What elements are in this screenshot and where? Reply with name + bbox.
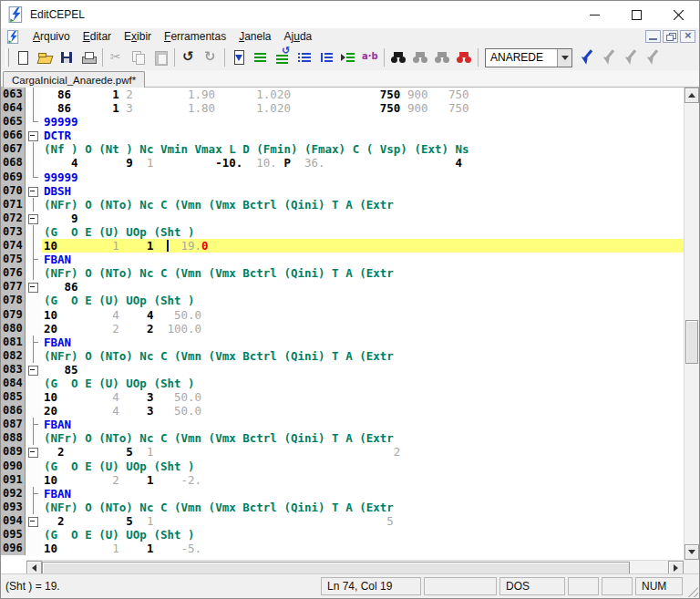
editor-line-text[interactable]: 20 4 3 50.0 [42,404,684,418]
redo-button[interactable] [200,46,221,68]
goto-line-button[interactable] [228,46,250,68]
editor-line-text[interactable]: DCTR [42,129,684,142]
mdi-minimize-button[interactable] [645,30,661,43]
editor-line-text[interactable]: FBAN [42,418,684,431]
pen-validate-button[interactable] [576,46,598,68]
fold-toggle-icon[interactable] [26,514,42,528]
open-file-button[interactable] [34,46,56,68]
editor-line-text[interactable]: (NFr) O (NTo) Nc C (Vmn (Vmx Bctrl (Qini… [42,198,684,212]
close-button[interactable] [657,1,699,28]
menu-janela[interactable]: Janela [232,28,277,45]
arrow-down-icon [688,550,695,554]
fold-toggle-icon[interactable] [26,280,42,294]
editor-line-text[interactable]: (G O E (U) UOp (Sht ) [42,528,684,542]
editor-line-text[interactable]: 10 1 1 -5. [42,542,684,555]
word-toggle-button[interactable] [359,46,381,68]
scroll-down-button[interactable] [685,544,699,560]
find-button[interactable] [387,46,409,68]
status-bar: (Sht ) = 19. Ln 74, Col 19DOSNUM [1,573,699,598]
menu-exibir[interactable]: Exibir [118,28,158,45]
pen-tool-1-button[interactable] [598,46,620,68]
vertical-scroll-thumb[interactable] [685,320,698,364]
fold-marker [26,101,42,115]
editor-line-text[interactable]: 10 2 1 -2. [42,473,684,487]
line-number: 094 [1,514,26,528]
field-ruler-button[interactable] [315,46,337,68]
maximize-icon [632,10,642,20]
menu-arquivo[interactable]: Arquivo [26,28,77,45]
editor-line-text[interactable]: (NFr) O (NTo) Nc C (Vmn (Vmx Bctrl (Qini… [42,349,684,363]
field-list-button[interactable] [293,46,315,68]
editor-line-text[interactable]: (G O E (U) UOp (Sht ) [42,294,684,307]
insline-icon [340,49,356,66]
save-file-button[interactable] [56,46,77,68]
editor-line-text[interactable]: 10 1 1 19.0 [42,239,684,253]
editor-line-text[interactable]: FBAN [42,253,684,266]
editor-line-text[interactable]: (NFr) O (NTo) Nc C (Vmn (Vmx Bctrl (Qini… [42,431,684,445]
printer-icon [80,49,97,66]
new-file-button[interactable] [12,46,34,68]
editor-line-text[interactable]: 10 4 4 50.0 [42,308,684,322]
print-button[interactable] [77,46,99,68]
editor-line-text[interactable]: DBSH [42,184,684,198]
pen-tool-2-button[interactable] [620,46,642,68]
fold-toggle-icon[interactable] [26,184,42,198]
editor-line-text[interactable]: (NFr) O (NTo) Nc C (Vmn (Vmx Bctrl (Qini… [42,501,684,514]
editor-line-text[interactable]: 99999 [42,170,684,184]
fold-toggle-icon[interactable] [26,212,42,225]
fold-toggle-icon[interactable] [26,129,42,142]
document-icon[interactable] [6,30,21,44]
editor-line: 07410 1 1 19.0 [1,239,684,253]
editor-line-text[interactable]: 4 9 1 -10. 10. P 36. 4 [42,156,684,170]
editor-line-text[interactable]: 9 [42,212,684,225]
paste-button[interactable] [149,46,171,68]
find-next-button[interactable] [431,46,453,68]
editor-line-text[interactable]: 85 [42,363,684,377]
vertical-scrollbar[interactable] [684,88,699,560]
minimize-button[interactable] [573,1,615,28]
cut-button[interactable] [106,46,128,68]
editor-line-text[interactable]: 20 2 2 100.0 [42,322,684,336]
revert-line-button[interactable] [272,46,293,68]
editor-line-text[interactable]: 86 [42,280,684,294]
menu-ferramentas[interactable]: Ferramentas [158,28,232,45]
maximize-button[interactable] [615,1,657,28]
binoc-icon [434,49,450,66]
editor-line-text[interactable]: 86 1 3 1.80 1.020 750 900 750 [42,101,684,115]
editor-line-text[interactable]: (G O E (U) UOp (Sht ) [42,225,684,239]
menu-ajuda[interactable]: Ajuda [278,28,319,45]
editor-line-text[interactable]: 2 5 1 5 [42,514,684,528]
editor-line-text[interactable]: (G O E (U) UOp (Sht ) [42,377,684,390]
scroll-up-button[interactable] [685,88,699,103]
mdi-close-button[interactable] [680,30,695,43]
fold-marker [26,487,42,501]
editor-line-text[interactable]: 86 1 2 1.90 1.020 750 900 750 [42,88,684,101]
combo-dropdown-button[interactable] [557,49,571,67]
fold-toggle-icon[interactable] [26,445,42,459]
status-panel-2 [424,577,497,595]
resize-grip[interactable] [685,584,698,597]
fold-toggle-icon[interactable] [26,363,42,377]
mdi-restore-button[interactable] [663,30,678,43]
editor-line-text[interactable]: FBAN [42,487,684,501]
editor-line-text[interactable]: 99999 [42,115,684,129]
editor-line-text[interactable]: 2 5 1 2 [42,445,684,459]
align-fields-button[interactable] [250,46,272,68]
find-marked-button[interactable] [453,46,475,68]
editor-line: 064 86 1 3 1.80 1.020 750 900 750 [1,101,684,115]
undo-button[interactable] [178,46,200,68]
toolbar-grip[interactable] [5,48,9,67]
find-previous-button[interactable] [409,46,431,68]
insert-line-button[interactable] [337,46,359,68]
tab-cargainicial-anarede[interactable]: CargaInicial_Anarede.pwf* [3,71,145,88]
editor-line-text[interactable]: FBAN [42,336,684,349]
horizontal-scroll-thumb[interactable] [42,562,630,574]
file-format-select[interactable]: ANAREDE [485,48,572,67]
editor-line-text[interactable]: 10 4 3 50.0 [42,390,684,404]
copy-button[interactable] [128,46,149,68]
editor-line-text[interactable]: (Nf ) O (Nt ) Nc Vmin Vmax L D (Fmin) (F… [42,142,684,156]
editor-line-text[interactable]: (G O E (U) UOp (Sht ) [42,460,684,473]
pen-tool-3-button[interactable] [642,46,664,68]
menu-editar[interactable]: Editar [77,28,118,45]
editor-line-text[interactable]: (NFr) O (NTo) Nc C (Vmn (Vmx Bctrl (Qini… [42,266,684,280]
